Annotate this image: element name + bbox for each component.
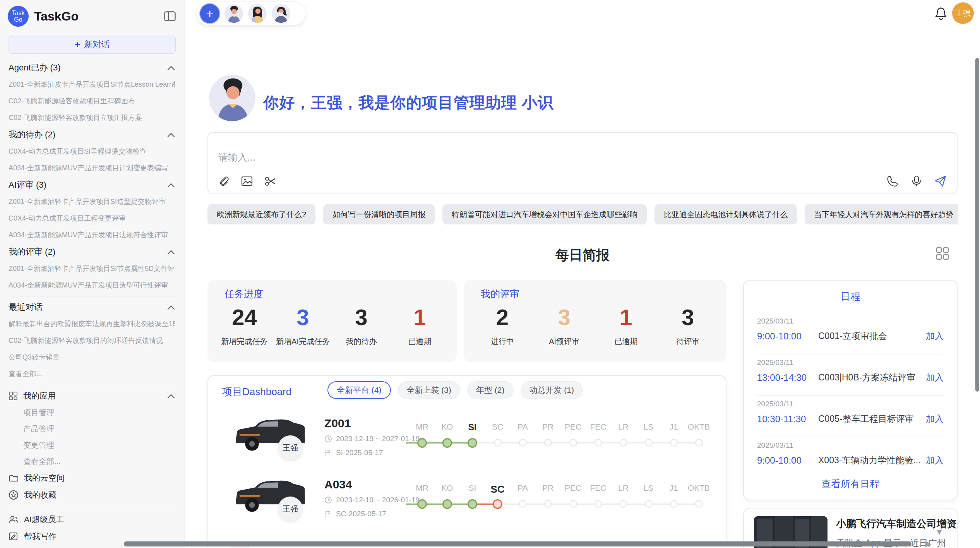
- recent-chats-view-all[interactable]: 查看全部...: [9, 366, 175, 382]
- ai-super-staff[interactable]: AI超级员工: [9, 511, 175, 528]
- app-item-project-mgmt[interactable]: 项目管理: [9, 404, 175, 421]
- vertical-scrollbar-thumb[interactable]: [975, 58, 979, 392]
- tab-powertrain[interactable]: 动总开发 (1): [521, 381, 583, 399]
- scroll-right-arrow[interactable]: ▶: [925, 539, 932, 548]
- stat: 3待评审: [657, 304, 719, 347]
- sidebar-item[interactable]: A034-全新新能源MUV产品开发项目造型可行性评审: [9, 277, 175, 294]
- phone-call-icon[interactable]: [886, 174, 899, 188]
- milestone-dot: [620, 500, 627, 508]
- milestone-dot: [620, 439, 627, 447]
- schedule-card: 日程 2025/03/11 9:00-10:00 C001-立项审批会 加入 2…: [743, 280, 958, 500]
- join-link[interactable]: 加入: [926, 330, 944, 342]
- section-my-todo[interactable]: 我的待办 (2): [9, 126, 175, 143]
- schedule-event: X003-车辆动力学性能验...: [818, 454, 926, 466]
- recent-chat-item[interactable]: 公司Q3轻卡销量: [9, 349, 175, 366]
- collapse-sidebar-icon[interactable]: [164, 11, 176, 22]
- sidebar-item[interactable]: Z001-全新燃油皮卡产品开发项目SI节点Lesson Learn报告: [9, 76, 175, 93]
- tab-model-year[interactable]: 年型 (2): [467, 381, 514, 399]
- recent-chat-item[interactable]: 解释最新出台的欧盟报废车法规再生塑料比例被调至15%...: [9, 316, 175, 332]
- layout-grid-icon[interactable]: [935, 246, 950, 261]
- my-cloud-space[interactable]: 我的云空间: [9, 469, 175, 486]
- user-avatar[interactable]: 王强: [952, 2, 974, 24]
- horizontal-scrollbar-thumb[interactable]: [124, 541, 911, 546]
- image-icon[interactable]: [240, 174, 254, 188]
- scissors-icon[interactable]: [263, 174, 277, 188]
- send-icon[interactable]: [934, 174, 947, 188]
- sidebar-item[interactable]: Z001-全新燃油轻卡产品开发项目SI节点属性5D文件评审: [9, 260, 175, 277]
- app-item-product-mgmt[interactable]: 产品管理: [9, 421, 175, 437]
- stat: 3AI预评审: [533, 304, 595, 347]
- chevron-up-icon: [167, 305, 175, 310]
- tab-new-platform[interactable]: 全新平台 (4): [327, 381, 391, 399]
- stat: 3我的待办: [332, 304, 391, 347]
- milestone-dot: [595, 439, 602, 447]
- chat-input[interactable]: [218, 151, 800, 163]
- sidebar-item[interactable]: A034-全新新能源MUV产品开发项目计划变更表编写: [9, 160, 175, 176]
- session-switcher: +: [197, 2, 306, 26]
- schedule-time: 9:00-10:00: [757, 455, 818, 466]
- join-link[interactable]: 加入: [926, 372, 944, 384]
- suggestion-chips: 欧洲新规最近颁布了什么? 如何写一份清晰的项目周报 特朗普可能对进口汽车增税会对…: [207, 204, 958, 224]
- sidebar-item[interactable]: A034-全新新能源MUV产品开发项目法规符合性评审: [9, 227, 175, 243]
- add-session-button[interactable]: +: [200, 4, 219, 23]
- scroll-down-arrow[interactable]: ▼: [935, 527, 944, 537]
- my-favorites[interactable]: 我的收藏: [9, 486, 175, 503]
- suggestion-chip[interactable]: 当下年轻人对汽车外观有怎样的喜好趋势: [805, 204, 958, 224]
- suggestion-chip[interactable]: 欧洲新规最近颁布了什么?: [207, 204, 315, 224]
- section-recent-chats[interactable]: 最近对话: [9, 299, 175, 316]
- section-my-review[interactable]: 我的评审 (2): [9, 243, 175, 260]
- suggestion-chip[interactable]: 如何写一份清晰的项目周报: [323, 204, 435, 224]
- task-progress-card: 任务进度 24新增完成任务 3新增AI完成任务 3我的待办 1已逾期: [207, 280, 457, 362]
- project-flag-date: SI-2025-05-17: [324, 449, 383, 457]
- flag-icon: [324, 449, 332, 457]
- card-title: 任务进度: [224, 288, 263, 300]
- attachment-icon[interactable]: [217, 174, 231, 188]
- project-row-a034[interactable]: 王强 A034 2023-12-19 ~ 2026-01-19 SC-2025-…: [208, 473, 726, 532]
- stat: 1已逾期: [391, 304, 449, 347]
- milestone-dot: [544, 500, 552, 508]
- news-title: 小鹏飞行汽车制造公司增资: [836, 517, 952, 531]
- milestone-labels: MRKOSISCPAPRPECFECLRLSJ1OKTB: [409, 422, 711, 433]
- avatar[interactable]: [248, 4, 267, 23]
- join-link[interactable]: 加入: [926, 413, 944, 425]
- my-apps-header[interactable]: 我的应用: [9, 387, 175, 404]
- suggestion-chip[interactable]: 特朗普可能对进口汽车增税会对中国车企造成哪些影响: [442, 204, 647, 224]
- join-link[interactable]: 加入: [926, 454, 944, 466]
- tab-new-body[interactable]: 全新上装 (3): [398, 381, 461, 399]
- apps-view-all[interactable]: 查看全部...: [9, 453, 175, 469]
- sidebar-item[interactable]: C02-飞腾新能源轻客改款项目里程碑画布: [9, 93, 175, 110]
- folder-icon: [9, 473, 19, 483]
- new-chat-button[interactable]: + 新对话: [9, 35, 176, 54]
- microphone-icon[interactable]: [910, 174, 923, 188]
- schedule-date: 2025/03/11: [757, 400, 944, 408]
- flag-icon: [324, 510, 332, 518]
- chat-input-card: [207, 132, 958, 194]
- milestone-dot: [519, 500, 527, 508]
- daily-briefing-title: 每日简报: [207, 246, 958, 264]
- sidebar-item[interactable]: C0X4-动力总成开发项目SI里程碑提交物检查: [9, 143, 175, 160]
- notifications-bell-icon[interactable]: [934, 7, 947, 21]
- sidebar-item[interactable]: C0X4-动力总成开发项目工程变更评审: [9, 210, 175, 227]
- section-agent-done[interactable]: Agent已办 (3): [9, 59, 175, 76]
- chevron-up-icon: [167, 394, 175, 399]
- avatar[interactable]: [272, 4, 290, 23]
- schedule-item: 2025/03/11 9:00-10:00 X003-车辆动力学性能验... 加…: [757, 437, 944, 478]
- schedule-date: 2025/03/11: [757, 358, 944, 367]
- avatar[interactable]: [224, 4, 243, 23]
- milestone-dot: [595, 500, 602, 508]
- section-ai-review[interactable]: AI评审 (3): [9, 176, 175, 194]
- recent-chat-item[interactable]: C02-飞腾新能源轻客改款项目的闭环通告反馈情况: [9, 332, 175, 349]
- view-all-schedule-link[interactable]: 查看所有日程: [744, 478, 957, 490]
- sidebar-item[interactable]: Z001-全新燃油轻卡产品开发项目SI造型提交物评审: [9, 194, 175, 210]
- suggestion-chip[interactable]: 比亚迪全固态电池计划具体说了什么: [654, 204, 797, 224]
- sidebar: Task Go TaskGo + 新对话 Agent已办 (3) Z001-全新…: [0, 0, 185, 548]
- schedule-item: 2025/03/11 13:00-14:30 C003|H0B-方案冻结评审 加…: [757, 354, 944, 396]
- app-item-change-mgmt[interactable]: 变更管理: [9, 437, 175, 453]
- project-owner-badge: 王强: [278, 435, 303, 460]
- stat: 1已逾期: [595, 304, 657, 347]
- milestone-track: [409, 496, 711, 512]
- sidebar-list: Agent已办 (3) Z001-全新燃油皮卡产品开发项目SI节点Lesson …: [0, 56, 184, 548]
- sidebar-item[interactable]: C02-飞腾新能源轻客改款项目立项汇报方案: [9, 110, 175, 126]
- milestone-labels: MRKOSISCPAPRPECFECLRLSJ1OKTB: [409, 483, 711, 495]
- project-row-z001[interactable]: 王强 Z001 2023-12-19 ~ 2027-01-19 SI-2025-…: [208, 412, 726, 471]
